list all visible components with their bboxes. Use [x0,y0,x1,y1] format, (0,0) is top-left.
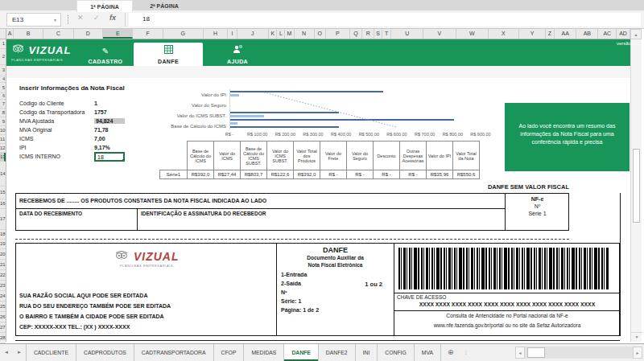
column-header-X[interactable]: X [489,29,520,39]
tab-cadastro[interactable]: ✎ CADASTRO [71,43,140,64]
column-header-G[interactable]: G [163,29,204,39]
column-header-F[interactable]: F [133,29,163,39]
column-header-K[interactable]: K [269,29,277,39]
form-field-value[interactable]: 94,824 [94,118,125,124]
column-header-E[interactable]: E [103,29,133,39]
column-header-B[interactable]: B [14,29,43,39]
form-field-value[interactable]: 7,00 [94,136,125,142]
row-header-9[interactable]: 9 [0,117,6,126]
cancel-icon[interactable]: ✕ [77,14,84,22]
row-header-24[interactable]: 24 [0,291,6,302]
sheet-tab-config[interactable]: CONFIG [378,344,414,361]
tab-danfe[interactable]: DANFE [134,43,203,66]
row-header-17[interactable]: 17 [0,209,6,230]
sheet-tab-cadtransportadora[interactable]: CADTRANSPORTADORA [134,344,214,361]
form-field-value[interactable]: 1757 [94,109,125,115]
sheet-tab-danfe[interactable]: DANFE [284,344,318,361]
column-header-C[interactable]: C [43,29,73,39]
sheet-tab-cadcliente[interactable]: CADCLIENTE [26,344,76,361]
sheet-tab-danfe2[interactable]: DANFE2 [319,344,356,361]
row-header-12[interactable]: 12 [0,144,6,153]
hscroll-left-icon[interactable]: ◄ [515,347,525,359]
column-header-Z[interactable]: Z [546,29,555,39]
row-header-6[interactable]: 6 [0,93,6,100]
column-header-AB[interactable]: AB [576,29,598,39]
new-sheet-icon[interactable]: ⊕ [441,344,460,361]
column-header-A[interactable]: A [6,29,14,39]
column-header-R[interactable]: R [362,29,374,39]
column-header-W[interactable]: W [456,29,489,39]
tab-ajuda[interactable]: AJUDA [203,43,272,64]
horizontal-scrollbar[interactable]: ◄ ► [515,347,642,359]
fx-icon[interactable]: fx [109,14,116,22]
row-header-7[interactable]: 7 [0,100,6,109]
form-field-value[interactable]: 71,78 [94,127,125,133]
name-box[interactable]: E13 ▼ [6,13,61,27]
row-header-1[interactable]: 1 [0,39,6,49]
sheet-tab-medidas[interactable]: MEDIDAS [244,344,284,361]
sheet-nav-right-icon[interactable]: ► [13,344,26,361]
row-header-21[interactable]: 21 [0,260,6,270]
form-field-value[interactable]: 18 [94,152,125,162]
column-header-N[interactable]: N [295,29,315,39]
column-header-AA[interactable]: AA [555,29,576,39]
row-header-15[interactable]: 15 [0,187,6,199]
form-field-value[interactable]: 9,17% [94,145,125,150]
column-header-AC[interactable]: AC [598,29,617,39]
hscroll-track[interactable] [525,347,633,359]
row-header-14[interactable]: 14 [0,162,6,187]
subtab-pagina1[interactable]: 1ª PÁGINA [76,0,133,12]
column-header-S[interactable]: S [374,29,382,39]
check-icon[interactable]: ✓ [93,14,100,22]
column-header-L[interactable]: L [277,29,285,39]
sheet-tab-mva[interactable]: MVA [415,344,441,361]
row-header-23[interactable]: 23 [0,281,6,291]
column-header-I[interactable]: I [228,29,237,39]
column-header-M[interactable]: M [285,29,294,39]
column-header-V[interactable]: V [423,29,456,39]
sheet-tab-cadprodutos[interactable]: CADPRODUTOS [76,344,134,361]
column-header-T[interactable]: T [382,29,391,39]
hscroll-right-icon[interactable]: ► [633,347,642,359]
subtab-pagina2[interactable]: 2ª PÁGINA [139,0,189,12]
column-header-U[interactable]: U [391,29,423,39]
column-header-Y[interactable]: Y [519,29,546,39]
vertical-scrollbar-thumb[interactable] [633,149,640,223]
row-header-10[interactable]: 10 [0,126,6,135]
row-header-16[interactable]: 16 [0,199,6,209]
hscroll-thumb[interactable] [527,347,545,358]
column-header-J[interactable]: J [237,29,270,39]
select-all-corner[interactable] [0,29,6,39]
column-header-Q[interactable]: Q [350,29,363,39]
row-header-5[interactable]: 5 [0,83,6,93]
sheet-tab-ini[interactable]: INI [356,344,378,361]
scroll-up-icon[interactable]: ▲ [630,29,642,39]
scroll-down-icon[interactable]: ▼ [631,332,642,342]
row-header-28[interactable]: 28 [0,333,6,343]
row-header-20[interactable]: 20 [0,249,6,260]
fill-handle[interactable] [122,159,125,162]
column-header-P[interactable]: P [326,29,349,39]
row-header-3[interactable]: 3 [0,65,6,76]
row-header-4[interactable]: 4 [0,76,6,83]
formula-input[interactable]: 18 [129,13,641,27]
column-header-H[interactable]: H [204,29,229,39]
row-header-27[interactable]: 27 [0,322,6,333]
namebox-dropdown-icon[interactable]: ▼ [53,14,57,27]
row-header-13[interactable]: 13 [0,153,6,162]
form-field-value[interactable]: 1 [94,101,125,106]
sheet-nav-left-icon[interactable]: ◄ [0,344,13,361]
row-header-22[interactable]: 22 [0,270,6,281]
column-header-AD[interactable]: AD [617,29,630,39]
row-header-2[interactable]: 2 [0,49,6,65]
row-header-26[interactable]: 26 [0,312,6,322]
row-header-25[interactable]: 25 [0,302,6,312]
column-header-O[interactable]: O [315,29,327,39]
vertical-scrollbar[interactable]: ▼ [630,39,642,342]
sheet-tab-cfop[interactable]: CFOP [214,344,245,361]
row-header-19[interactable]: 19 [0,240,6,249]
column-header-D[interactable]: D [74,29,103,39]
row-header-18[interactable]: 18 [0,230,6,240]
row-header-8[interactable]: 8 [0,109,6,117]
row-header-11[interactable]: 11 [0,135,6,144]
